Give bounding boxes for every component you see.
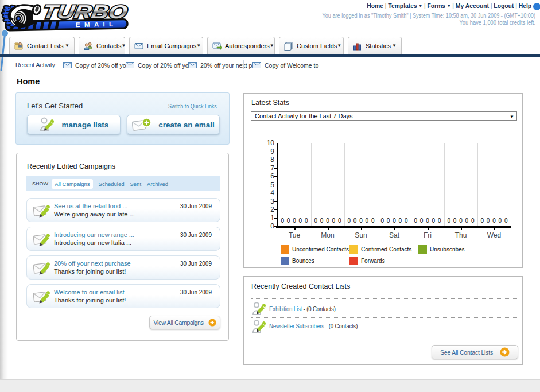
svg-text:TURBO: TURBO	[41, 2, 129, 23]
